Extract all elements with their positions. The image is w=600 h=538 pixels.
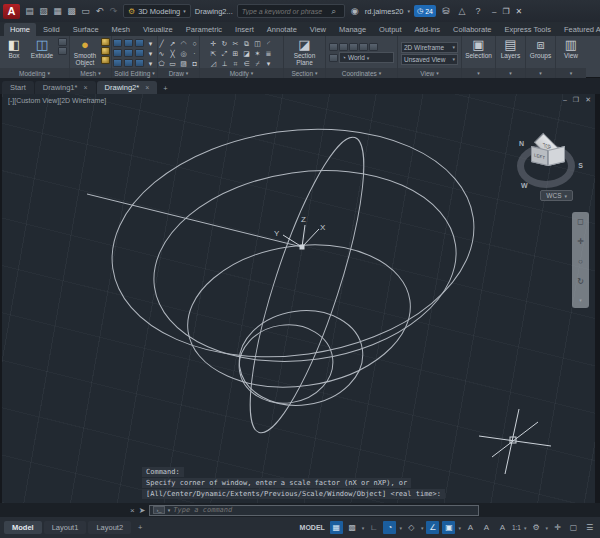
move-icon[interactable]: ✛: [209, 39, 218, 47]
tab-featured-apps[interactable]: Featured Apps: [558, 23, 600, 36]
box-button[interactable]: ◧ Box: [2, 38, 26, 60]
ucs-dropdown[interactable]: ◔ World ▾: [339, 52, 394, 63]
point-icon[interactable]: ·: [190, 49, 199, 57]
panel-layers-caret[interactable]: ▾: [496, 68, 525, 78]
solid-dd2-icon[interactable]: ▾: [146, 49, 155, 57]
close-icon[interactable]: ×: [145, 84, 149, 91]
user-chevron-icon[interactable]: ▾: [408, 8, 411, 14]
navigation-bar[interactable]: ◻ ✛ ○ ↻ ▾: [572, 212, 589, 308]
visual-style-dropdown[interactable]: 2D Wireframe ▾: [401, 42, 458, 53]
blend-icon[interactable]: ∈: [242, 59, 251, 67]
copy-icon[interactable]: ⧉: [242, 39, 251, 47]
spline-icon[interactable]: ∿: [157, 49, 166, 57]
tab-annotate[interactable]: Annotate: [261, 23, 303, 36]
fillet-edge-icon[interactable]: [113, 59, 122, 67]
workspace-switcher[interactable]: ⚙ 3D Modeling ▾: [123, 4, 191, 18]
help-icon[interactable]: ?: [472, 6, 484, 16]
new-file-icon[interactable]: ▤: [24, 6, 35, 16]
union-icon[interactable]: [113, 39, 122, 47]
view-button[interactable]: ▥ View: [557, 38, 585, 60]
workspace-gear-icon[interactable]: ⚙: [529, 521, 542, 534]
isodraft-icon[interactable]: ◇: [405, 521, 418, 534]
search-box[interactable]: ⌕: [237, 4, 345, 18]
slice-icon[interactable]: [113, 49, 122, 57]
interfere-icon[interactable]: [135, 49, 144, 57]
mesh-crease-icon[interactable]: [101, 47, 110, 55]
tab-express-tools[interactable]: Express Tools: [498, 23, 557, 36]
command-input-box[interactable]: ›_ ▾: [149, 505, 479, 516]
polysolid-icon[interactable]: [58, 38, 67, 46]
full-nav-wheel-icon[interactable]: ◻: [577, 217, 584, 226]
annotation-autoscale-icon[interactable]: A: [480, 521, 493, 534]
osnap-tracking-icon[interactable]: ∠: [426, 521, 439, 534]
panel-groups-caret[interactable]: ▾: [526, 68, 555, 78]
snap-chevron-icon[interactable]: ▾: [362, 525, 365, 531]
file-tab-start[interactable]: Start: [2, 81, 34, 94]
ucs-icon-btn[interactable]: [329, 43, 338, 51]
tab-layout1[interactable]: Layout1: [44, 521, 87, 534]
tab-mesh[interactable]: Mesh: [106, 23, 136, 36]
circle-icon[interactable]: ○: [190, 39, 199, 47]
hatch-icon[interactable]: ▨: [179, 59, 188, 67]
annotation-scale-value[interactable]: 1:1: [512, 524, 521, 531]
shell-icon[interactable]: [135, 59, 144, 67]
panel-coordinates-label[interactable]: Coordinates▾: [326, 68, 397, 78]
tab-output[interactable]: Output: [373, 23, 408, 36]
ucs-face-icon[interactable]: [349, 43, 358, 51]
redo-icon[interactable]: ↷: [108, 6, 119, 16]
close-icon[interactable]: ×: [83, 84, 87, 91]
mirror-icon[interactable]: ◫: [253, 39, 262, 47]
extrude-button[interactable]: ◫ Extrude: [28, 38, 56, 60]
isodraft-chevron-icon[interactable]: ▾: [421, 525, 424, 531]
tab-surface[interactable]: Surface: [67, 23, 105, 36]
isolate-objects-icon[interactable]: ▢: [567, 521, 580, 534]
wcs-dropdown[interactable]: WCS ▾: [540, 190, 573, 201]
search-icon[interactable]: ⌕: [328, 6, 340, 17]
panel-view-label[interactable]: View▾: [398, 68, 461, 78]
compass-west[interactable]: W: [521, 182, 528, 189]
tab-collaborate[interactable]: Collaborate: [447, 23, 497, 36]
ortho-toggle-icon[interactable]: ∟: [367, 521, 380, 534]
solid-dd3-icon[interactable]: ▾: [146, 59, 155, 67]
trim-icon[interactable]: ✂: [231, 39, 240, 47]
xline-icon[interactable]: ╳: [168, 49, 177, 57]
mesh-refine-icon[interactable]: [101, 38, 110, 46]
rotate-icon[interactable]: ↻: [220, 39, 229, 47]
file-tab-drawing2[interactable]: Drawing2*×: [97, 81, 158, 94]
break-icon[interactable]: ⌿: [253, 59, 262, 67]
viewcube-left-face[interactable]: LEFT: [531, 146, 548, 166]
mesh-smooth-more-icon[interactable]: [101, 56, 110, 64]
ucs-view-icon[interactable]: [369, 43, 378, 51]
measure-icon[interactable]: ⌗: [231, 59, 240, 67]
stretch-icon[interactable]: ⇱: [209, 49, 218, 57]
polar-tracking-icon[interactable]: ◔: [383, 521, 396, 534]
section-plane-button[interactable]: ◪ Section Plane: [287, 38, 323, 67]
compass-south[interactable]: S: [578, 162, 583, 169]
drawing-canvas[interactable]: [-][Custom View][2D Wireframe] – ❐ ✕: [0, 94, 600, 503]
ucs-origin-icon[interactable]: [329, 54, 338, 62]
signed-in-user[interactable]: rd.jaimes20: [365, 7, 404, 16]
close-button[interactable]: ✕: [516, 7, 523, 16]
new-drawing-tab-button[interactable]: +: [158, 83, 172, 94]
tab-addins[interactable]: Add-ins: [409, 23, 446, 36]
polyline-icon[interactable]: ↗: [168, 39, 177, 47]
ucs-previous-icon[interactable]: [339, 43, 348, 51]
panel-view-big-caret[interactable]: ▾: [556, 68, 586, 78]
layers-button[interactable]: ▤ Layers: [497, 38, 524, 60]
chamfer-icon[interactable]: ◿: [209, 59, 218, 67]
tab-manage[interactable]: Manage: [333, 23, 372, 36]
pan-icon[interactable]: ✛: [577, 237, 584, 246]
gear-chevron-icon[interactable]: ▾: [545, 525, 548, 531]
fillet-icon[interactable]: ◜: [264, 39, 273, 47]
plus-customize-icon[interactable]: ✛: [551, 521, 564, 534]
annotation-scale-icon[interactable]: A: [496, 521, 509, 534]
osnap-chevron-icon[interactable]: ▾: [458, 525, 461, 531]
polygon-icon[interactable]: ⬠: [157, 59, 166, 67]
command-close-icon[interactable]: ×: [130, 506, 135, 515]
tab-insert[interactable]: Insert: [229, 23, 260, 36]
smooth-object-button[interactable]: ● Smooth Object: [71, 38, 99, 67]
tab-parametric[interactable]: Parametric: [180, 23, 228, 36]
tab-home[interactable]: Home: [4, 23, 36, 36]
maximize-button[interactable]: ❐: [502, 7, 509, 16]
trial-countdown-badge[interactable]: ◷ 24: [414, 5, 436, 17]
